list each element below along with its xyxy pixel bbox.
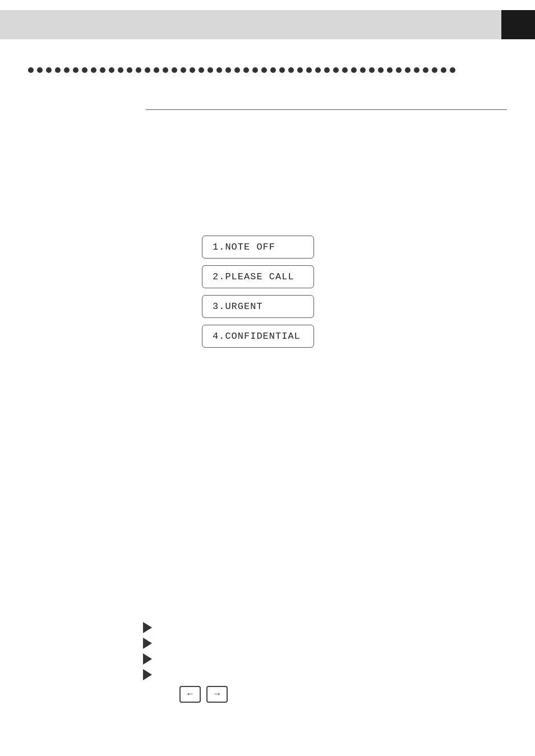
dot-decoration [270,67,276,73]
back-button[interactable]: ← [179,686,201,703]
menu-item-1[interactable]: 1.NOTE OFF [202,236,314,259]
dot-decoration [118,67,123,73]
dot-decoration [91,67,96,73]
dot-decoration [369,67,375,73]
dot-decoration [324,67,330,73]
dot-decoration [127,67,132,73]
menu-item-3[interactable]: 3.URGENT [202,295,314,318]
dot-decoration [315,67,321,73]
dot-decoration [234,67,240,73]
header-bar [0,10,535,39]
forward-button-label: → [214,689,220,699]
forward-button[interactable]: → [206,686,228,703]
navigation-buttons: ← → [179,686,228,703]
dot-decoration [199,67,204,73]
dot-decoration [28,67,34,73]
dot-decoration [414,67,419,73]
dot-decoration [64,67,70,73]
dot-decoration [261,67,267,73]
dot-decoration [360,67,366,73]
dot-decoration [136,67,141,73]
black-square-decoration [501,10,535,39]
dot-decoration [172,67,177,73]
dot-decoration [181,67,186,73]
dot-decoration [405,67,411,73]
dot-decoration [441,67,446,73]
dot-decoration [163,67,168,73]
dot-decoration [100,67,105,73]
dot-decoration [243,67,249,73]
arrow-indicators [143,622,152,680]
dot-decoration [207,67,213,73]
dot-decoration [109,67,114,73]
dot-decoration [432,67,437,73]
dot-decoration [252,67,258,73]
dot-decoration [145,67,150,73]
dot-decoration [190,67,195,73]
dot-decoration [55,67,61,73]
dot-decoration [333,67,339,73]
dot-decoration [306,67,312,73]
dot-decoration [73,67,79,73]
arrow-icon-1 [143,622,152,633]
menu-item-3-label: 3.URGENT [213,301,263,312]
menu-item-1-label: 1.NOTE OFF [213,242,275,252]
dot-decoration [342,67,348,73]
dot-decoration [378,67,384,73]
dot-row-decoration [28,67,507,73]
menu-item-4[interactable]: 4.CONFIDENTIAL [202,325,314,348]
arrow-icon-4 [143,669,152,680]
back-button-label: ← [187,689,193,699]
dot-decoration [396,67,402,73]
dot-decoration [154,67,159,73]
dot-decoration [288,67,294,73]
dot-decoration [225,67,231,73]
dot-decoration [351,67,357,73]
arrow-icon-3 [143,653,152,665]
dot-decoration [450,67,455,73]
dot-decoration [37,67,43,73]
dot-decoration [46,67,52,73]
dot-decoration [82,67,87,73]
horizontal-divider [146,109,507,110]
dot-decoration [216,67,222,73]
dot-decoration [279,67,285,73]
menu-item-4-label: 4.CONFIDENTIAL [213,331,301,342]
dot-decoration [423,67,428,73]
menu-item-2-label: 2.PLEASE CALL [213,271,294,282]
menu-list: 1.NOTE OFF 2.PLEASE CALL 3.URGENT 4.CONF… [202,236,314,348]
menu-item-2[interactable]: 2.PLEASE CALL [202,265,314,288]
arrow-icon-2 [143,638,152,649]
dot-decoration [387,67,393,73]
dot-decoration [297,67,303,73]
